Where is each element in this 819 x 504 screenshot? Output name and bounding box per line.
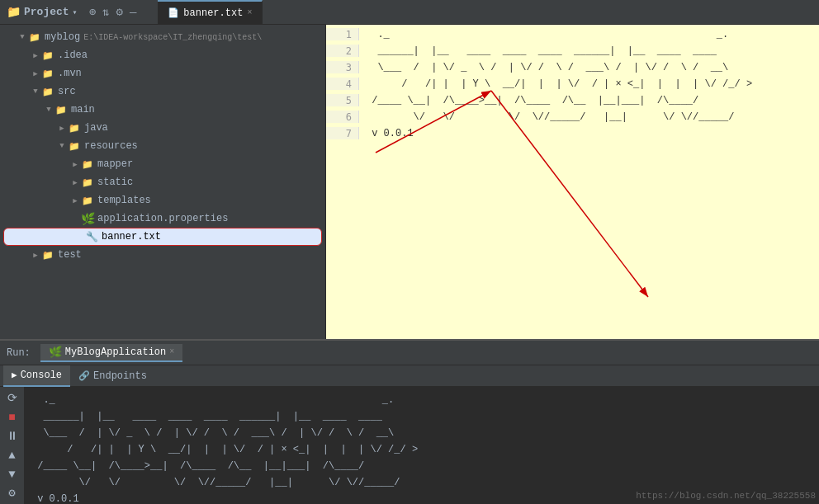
bottom-left-buttons: ⟳ ■ ⏸ ▲ ▼ ⚙: [0, 387, 25, 504]
editor-line-5: 5 /____ \__| /\____>__| /\____ /\__ |__|…: [326, 94, 819, 111]
bottom-panel: Run: 🌿 MyBlogApplication × ▶ Console 🔗 E…: [0, 339, 819, 504]
rerun-button[interactable]: ⟳: [3, 390, 21, 406]
tab-label: banner.txt: [183, 7, 243, 19]
line-number-7: 7: [326, 127, 359, 139]
tree-item-mvn[interactable]: 📁 .mvn: [0, 64, 325, 82]
line-number-6: 6: [326, 111, 359, 123]
tree-item-mapper[interactable]: 📁 mapper: [0, 155, 325, 173]
arrow-templates: [69, 196, 81, 205]
line-number-1: 1: [326, 28, 359, 40]
console-tab[interactable]: ▶ Console: [3, 365, 70, 387]
minimize-icon[interactable]: —: [130, 6, 136, 19]
tree-item-application[interactable]: 🌿 application.properties: [0, 210, 325, 228]
arrow-myblog: [17, 33, 28, 41]
tree-item-java[interactable]: 📁 java: [0, 119, 325, 137]
tab-close-icon[interactable]: ×: [247, 8, 252, 17]
label-main: main: [71, 104, 95, 115]
label-mapper: mapper: [97, 158, 133, 170]
run-label: Run:: [7, 347, 31, 359]
run-app-tab[interactable]: 🌿 MyBlogApplication ×: [40, 344, 182, 362]
line-number-2: 2: [326, 45, 359, 57]
project-dropdown-icon[interactable]: ▾: [73, 7, 78, 17]
tree-item-banner[interactable]: 🔧 banner.txt: [3, 228, 322, 246]
editor-line-7: 7 v 0.0.1: [326, 127, 819, 144]
arrow-main: [43, 106, 54, 114]
folder-icon-mvn: 📁: [41, 67, 54, 80]
tab-file-icon: 📄: [168, 7, 179, 18]
label-application: application.properties: [97, 213, 228, 224]
console-line-5: /____ \__| /\____>__| /\____ /\__ |__|__…: [31, 458, 812, 474]
endpoints-icon: 🔗: [78, 370, 90, 381]
tree-item-test[interactable]: 📁 test: [0, 246, 325, 264]
navigate-icon[interactable]: ⊕: [89, 5, 96, 19]
project-label: Project: [24, 6, 69, 18]
console-line-4: / /| | | Y \ __/| | | \/ / | × <_| | | |…: [31, 441, 812, 458]
endpoints-tab[interactable]: 🔗 Endpoints: [70, 365, 155, 387]
console-icon: ▶: [12, 370, 17, 380]
tree-item-idea[interactable]: 📁 .idea: [0, 46, 325, 64]
line-number-5: 5: [326, 94, 359, 106]
arrow-src: [30, 87, 41, 96]
tree-item-static[interactable]: 📁 static: [0, 173, 325, 191]
folder-icon-static: 📁: [81, 176, 94, 189]
tree-item-src[interactable]: 📁 src: [0, 82, 325, 101]
label-resources: resources: [84, 140, 138, 152]
txt-icon-banner: 🔧: [85, 230, 98, 243]
endpoints-label: Endpoints: [93, 370, 147, 382]
folder-icon-mapper: 📁: [81, 158, 94, 171]
main-area: 📁 myblog E:\IDEA-workspace\IT_zhengqing\…: [0, 25, 819, 339]
console-line-1: ._ _.: [31, 392, 812, 408]
bottom-content-row: ⟳ ■ ⏸ ▲ ▼ ⚙ ._ _. ______| |__ ____ ____ …: [0, 387, 819, 504]
folder-icon-main: 📁: [54, 103, 68, 116]
scroll-up-button[interactable]: ▲: [3, 447, 21, 463]
tree-item-main[interactable]: 📁 main: [0, 101, 325, 119]
sort-icon[interactable]: ⇅: [102, 5, 109, 19]
line-number-4: 4: [326, 78, 359, 90]
editor-content[interactable]: 1 ._ _. 2 ______| |__ ____ ____ ____ ___…: [326, 25, 819, 339]
settings-icon[interactable]: ⚙: [116, 5, 123, 19]
arrow-mapper: [69, 160, 81, 169]
myblog-path: E:\IDEA-workspace\IT_zhengqing\test\: [83, 33, 262, 42]
arrow-test: [30, 251, 41, 260]
editor-line-3: 3 \___ / | \/ _ \ / | \/ / \ / ___\ / | …: [326, 61, 819, 78]
arrow-java: [56, 124, 68, 133]
label-test: test: [58, 249, 82, 261]
label-idea: .idea: [58, 49, 88, 61]
arrow-mvn: [30, 69, 41, 78]
tree-item-myblog[interactable]: 📁 myblog E:\IDEA-workspace\IT_zhengqing\…: [0, 28, 325, 46]
tree-item-resources[interactable]: 📁 resources: [0, 137, 325, 155]
label-banner: banner.txt: [102, 231, 161, 243]
folder-icon-java: 📁: [68, 121, 81, 134]
app-tab-label: MyBlogApplication: [65, 346, 166, 358]
console-line-2: ______| |__ ____ ____ ____ ______| |__ _…: [31, 408, 812, 425]
folder-icon-templates: 📁: [81, 194, 94, 207]
scroll-down-button[interactable]: ▼: [3, 466, 21, 482]
title-bar-left: 📁 Project ▾ ⊕ ⇅ ⚙ —: [7, 5, 136, 19]
editor-tab-banner[interactable]: 📄 banner.txt ×: [158, 0, 263, 25]
folder-icon-resources: 📁: [68, 139, 81, 153]
folder-icon-idea: 📁: [41, 49, 54, 62]
console-line-3: \___ / | \/ _ \ / | \/ / \ / ___\ / | \/…: [31, 425, 812, 441]
title-icons: ⊕ ⇅ ⚙ —: [89, 5, 137, 19]
line-content-1: ._ _.: [359, 28, 728, 40]
console-label: Console: [21, 370, 62, 381]
label-templates: templates: [97, 195, 151, 206]
tree-item-templates[interactable]: 📁 templates: [0, 191, 325, 210]
folder-icon-myblog: 📁: [28, 31, 41, 44]
stop-button[interactable]: ■: [3, 409, 21, 425]
line-content-6: \/ \/ \/ \//_____/ |__| \/ \//_____/: [359, 111, 734, 123]
console-line-6: \/ \/ \/ \//_____/ |__| \/ \//_____/: [31, 474, 812, 491]
spring-icon-application: 🌿: [81, 212, 94, 225]
app-tab-close[interactable]: ×: [169, 347, 174, 356]
label-static: static: [97, 177, 133, 188]
pause-button[interactable]: ⏸: [3, 428, 21, 444]
line-content-5: /____ \__| /\____>__| /\____ /\__ |__|__…: [359, 94, 698, 106]
line-content-3: \___ / | \/ _ \ / | \/ / \ / ___\ / | \/…: [359, 61, 728, 73]
sidebar-tree: 📁 myblog E:\IDEA-workspace\IT_zhengqing\…: [0, 25, 325, 339]
editor-line-6: 6 \/ \/ \/ \//_____/ |__| \/ \//_____/: [326, 111, 819, 127]
watermark: https://blog.csdn.net/qq_38225558: [636, 491, 816, 501]
folder-icon-src: 📁: [41, 85, 54, 98]
console-sub-tabs: ▶ Console 🔗 Endpoints: [0, 365, 819, 387]
app-tab-icon: 🌿: [49, 346, 62, 359]
settings-console-button[interactable]: ⚙: [3, 485, 21, 501]
